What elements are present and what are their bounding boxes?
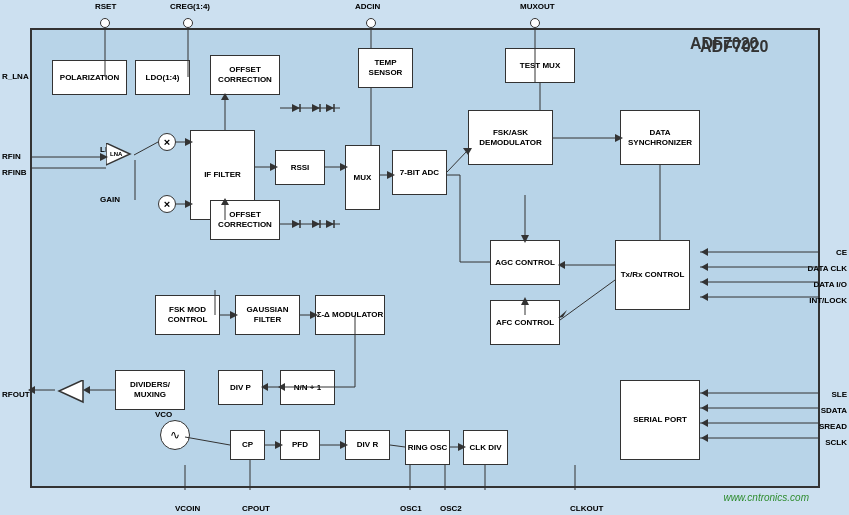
- circle-muxout: [530, 18, 540, 28]
- cp-block: CP: [230, 430, 265, 460]
- pin-int-lock: INT/LOCK: [809, 296, 847, 305]
- mixer-top: ×: [158, 133, 176, 151]
- div-p-block: DIV P: [218, 370, 263, 405]
- svg-marker-6: [312, 104, 320, 112]
- diodes-bot: [280, 218, 345, 230]
- gain-label: GAIN: [100, 195, 120, 204]
- pfd-block: PFD: [280, 430, 320, 460]
- vco-label: VCO: [155, 410, 172, 419]
- vco-symbol: ∿: [160, 420, 190, 450]
- afc-control-block: AFC CONTROL: [490, 300, 560, 345]
- serial-port-block: SERIAL PORT: [620, 380, 700, 460]
- circle-creg: [183, 18, 193, 28]
- pin-sle: SLE: [831, 390, 847, 399]
- diagram-container: ADF7020 www.cntronics.com RSET CREG(1:4)…: [0, 0, 849, 515]
- svg-marker-15: [326, 220, 334, 228]
- pin-muxout: MUXOUT: [520, 2, 555, 11]
- diodes-top: [280, 102, 345, 114]
- offset-correction-top-block: OFFSET CORRECTION: [210, 55, 280, 95]
- pin-adcin: ADCIN: [355, 2, 380, 11]
- pin-clkout: CLKOUT: [570, 504, 603, 513]
- clk-div-block: CLK DIV: [463, 430, 508, 465]
- div-r-block: DIV R: [345, 430, 390, 460]
- svg-marker-4: [292, 104, 300, 112]
- data-sync-block: DATA SYNCHRONIZER: [620, 110, 700, 165]
- pin-rfin: RFIN: [2, 152, 21, 161]
- n-n1-block: N/N + 1: [280, 370, 335, 405]
- chip-border: [30, 28, 820, 488]
- pin-sclk: SCLK: [825, 438, 847, 447]
- watermark: www.cntronics.com: [723, 492, 809, 503]
- temp-sensor-block: TEMP SENSOR: [358, 48, 413, 88]
- svg-marker-13: [312, 220, 320, 228]
- test-mux-block: TEST MUX: [505, 48, 575, 83]
- offset-correction-bot-block: OFFSET CORRECTION: [210, 200, 280, 240]
- svg-marker-11: [292, 220, 300, 228]
- pin-data-clk: DATA CLK: [808, 264, 847, 273]
- pin-vcoin: VCOIN: [175, 504, 200, 513]
- pin-rset: RSET: [95, 2, 116, 11]
- ldo-block: LDO(1:4): [135, 60, 190, 95]
- agc-control-block: AGC CONTROL: [490, 240, 560, 285]
- pin-cpout: CPOUT: [242, 504, 270, 513]
- fsk-ask-block: FSK/ASK DEMODULATOR: [468, 110, 553, 165]
- rfout-amp: [55, 380, 85, 405]
- svg-marker-8: [326, 104, 334, 112]
- pin-sdata: SDATA: [821, 406, 847, 415]
- pin-rfinb: RFINB: [2, 168, 26, 177]
- dividers-block: DIVIDERS/ MUXING: [115, 370, 185, 410]
- svg-marker-2: [59, 380, 83, 402]
- pin-sread: SREAD: [819, 422, 847, 431]
- polarization-block: POLARIZATION: [52, 60, 127, 95]
- pin-data-io: DATA I/O: [813, 280, 847, 289]
- mixer-bot: ×: [158, 195, 176, 213]
- rssi-block: RSSI: [275, 150, 325, 185]
- pin-creg: CREG(1:4): [170, 2, 210, 11]
- pin-rfout: RFOUT: [2, 390, 30, 399]
- mux-block: MUX: [345, 145, 380, 210]
- gaussian-block: GAUSSIAN FILTER: [235, 295, 300, 335]
- circle-rset: [100, 18, 110, 28]
- fsk-mod-block: FSK MOD CONTROL: [155, 295, 220, 335]
- chip-title-display: ADF7020: [700, 38, 768, 56]
- pin-ce: CE: [836, 248, 847, 257]
- svg-text:LNA: LNA: [110, 151, 123, 157]
- txrx-control-block: Tx/Rx CONTROL: [615, 240, 690, 310]
- sigma-delta-block: Σ-Δ MODULATOR: [315, 295, 385, 335]
- pin-osc2: OSC2: [440, 504, 462, 513]
- pin-osc1: OSC1: [400, 504, 422, 513]
- ring-osc-block: RING OSC: [405, 430, 450, 465]
- lna-amp: LNA: [106, 143, 136, 168]
- adc-block: 7-BIT ADC: [392, 150, 447, 195]
- circle-adcin: [366, 18, 376, 28]
- pin-rlna: R_LNA: [2, 72, 29, 81]
